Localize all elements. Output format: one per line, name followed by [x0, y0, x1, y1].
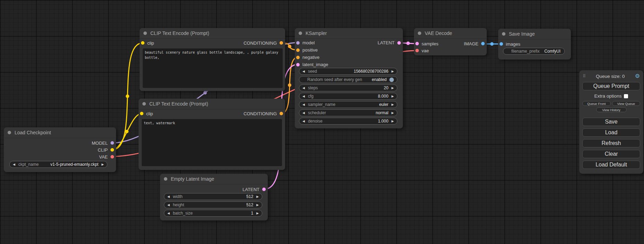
output-slot-model: MODEL [4, 139, 116, 146]
ckpt-name-widget[interactable]: ◀ ckpt_name v1-5-pruned-emaonly.ckpt ▶ [9, 161, 107, 168]
increment-arrow-icon[interactable]: ▶ [256, 212, 259, 215]
output-label: CLIP [98, 147, 108, 153]
decrement-arrow-icon[interactable]: ◀ [167, 195, 170, 198]
node-title-bar[interactable]: Save Image [498, 29, 571, 39]
increment-arrow-icon[interactable]: ▶ [391, 103, 394, 106]
decrement-arrow-icon[interactable]: ◀ [13, 163, 15, 166]
filename-prefix-widget[interactable]: filename_prefix ComfyUI [503, 48, 565, 55]
decrement-arrow-icon[interactable]: ◀ [302, 70, 305, 73]
node-load-checkpoint[interactable]: Load Checkpoint MODEL CLIP VAE ◀ ckpt_na… [4, 127, 116, 172]
input-label: positive [302, 47, 318, 53]
node-empty-latent-image[interactable]: Empty Latent Image LATENT ◀ width 512 ▶ … [160, 174, 268, 220]
conditioning-output-port[interactable] [280, 112, 283, 115]
latent-image-input-port[interactable] [296, 63, 300, 66]
collapse-dot-icon[interactable] [143, 31, 147, 35]
node-clip-text-encode-positive[interactable]: CLIP Text Encode (Prompt) clip CONDITION… [140, 28, 285, 91]
node-clip-text-encode-negative[interactable]: CLIP Text Encode (Prompt) clip CONDITION… [139, 99, 285, 170]
collapse-dot-icon[interactable] [502, 32, 505, 36]
decrement-arrow-icon[interactable]: ◀ [302, 103, 305, 106]
batch-size-widget[interactable]: ◀ batch_size 1 ▶ [164, 210, 262, 217]
negative-input-port[interactable] [296, 56, 300, 59]
node-ksampler[interactable]: KSampler model LATENT positive negative … [295, 28, 403, 128]
input-slot-samples: samples [415, 41, 438, 46]
decrement-arrow-icon[interactable]: ◀ [302, 87, 305, 90]
steps-widget[interactable]: ◀ steps 20 ▶ [299, 84, 397, 91]
save-button[interactable]: Save [582, 118, 640, 126]
latent-output-port[interactable] [262, 188, 266, 191]
node-title: Load Checkpoint [15, 130, 51, 135]
decrement-arrow-icon[interactable]: ◀ [167, 212, 170, 215]
view-queue-button[interactable]: View Queue [612, 101, 641, 106]
latent-output-port[interactable] [397, 41, 401, 45]
collapse-dot-icon[interactable] [299, 31, 302, 35]
clip-output-port[interactable] [111, 148, 114, 152]
increment-arrow-icon[interactable]: ▶ [256, 195, 259, 198]
vae-input-port[interactable] [415, 49, 419, 52]
view-history-button[interactable]: View History [596, 107, 627, 112]
increment-arrow-icon[interactable]: ▶ [391, 120, 394, 123]
input-slot-images: images [498, 40, 571, 47]
settings-gear-icon[interactable]: ⚙ [635, 73, 640, 79]
extra-options-checkbox[interactable] [624, 94, 628, 98]
increment-arrow-icon[interactable]: ▶ [256, 204, 259, 207]
widget-value: 8.000 [378, 94, 388, 99]
images-input-port[interactable] [500, 42, 503, 46]
conditioning-output-port[interactable] [280, 41, 283, 45]
node-save-image[interactable]: Save Image images filename_prefix ComfyU… [498, 29, 571, 60]
queue-front-button[interactable]: Queue Front [582, 101, 611, 106]
collapse-dot-icon[interactable] [418, 31, 421, 35]
decrement-arrow-icon[interactable]: ◀ [302, 111, 305, 115]
widget-value: 156680208700286 [354, 69, 388, 74]
node-title-bar[interactable]: Empty Latent Image [160, 174, 268, 184]
link-dot [406, 42, 410, 45]
seed-widget[interactable]: ◀ seed 156680208700286 ▶ [299, 68, 397, 75]
clip-input-port[interactable] [141, 41, 144, 45]
decrement-arrow-icon[interactable]: ◀ [302, 95, 305, 98]
vae-output-port[interactable] [111, 155, 114, 159]
output-label: LATENT [242, 187, 259, 192]
node-title: Save Image [509, 31, 535, 37]
image-output-port[interactable] [481, 42, 485, 45]
prompt-text-input[interactable]: text, watermark [142, 119, 282, 166]
model-input-port[interactable] [296, 41, 300, 45]
node-title-bar[interactable]: Load Checkpoint [4, 127, 116, 138]
height-widget[interactable]: ◀ height 512 ▶ [164, 201, 262, 208]
output-label: VAE [99, 154, 108, 160]
node-title-bar[interactable]: VAE Decode [414, 28, 487, 39]
cfg-widget[interactable]: ◀ cfg 8.000 ▶ [299, 93, 397, 100]
random-seed-toggle-widget[interactable]: Random seed after every gen enabled [299, 76, 397, 83]
load-default-button[interactable]: Load Default [582, 161, 640, 169]
denoise-widget[interactable]: ◀ denoise 1.000 ▶ [299, 118, 397, 125]
drag-handle-icon[interactable]: ⠿ [583, 74, 586, 79]
toggle-knob-icon[interactable] [389, 78, 394, 82]
output-slot-latent: LATENT [378, 40, 401, 45]
prompt-text-input[interactable]: beautiful scenery nature glass bottle la… [143, 48, 283, 88]
model-output-port[interactable] [111, 141, 114, 145]
load-button[interactable]: Load [582, 128, 640, 137]
width-widget[interactable]: ◀ width 512 ▶ [164, 193, 262, 200]
node-title-bar[interactable]: KSampler [295, 28, 403, 39]
samples-input-port[interactable] [415, 42, 419, 45]
collapse-dot-icon[interactable] [164, 177, 167, 181]
collapse-dot-icon[interactable] [142, 102, 146, 106]
input-label: negative [302, 55, 319, 60]
refresh-button[interactable]: Refresh [582, 139, 640, 147]
positive-input-port[interactable] [296, 48, 300, 52]
increment-arrow-icon[interactable]: ▶ [391, 95, 394, 98]
increment-arrow-icon[interactable]: ▶ [391, 111, 394, 115]
node-vae-decode[interactable]: VAE Decode samples IMAGE vae [414, 28, 487, 55]
increment-arrow-icon[interactable]: ▶ [102, 163, 104, 166]
decrement-arrow-icon[interactable]: ◀ [302, 120, 305, 123]
increment-arrow-icon[interactable]: ▶ [391, 87, 394, 90]
node-title-bar[interactable]: CLIP Text Encode (Prompt) [140, 28, 285, 39]
decrement-arrow-icon[interactable]: ◀ [167, 204, 170, 207]
queue-prompt-button[interactable]: Queue Prompt [582, 82, 640, 90]
node-title-bar[interactable]: CLIP Text Encode (Prompt) [139, 99, 285, 109]
collapse-dot-icon[interactable] [8, 131, 11, 134]
input-slot-vae: vae [414, 47, 487, 54]
scheduler-widget[interactable]: ◀ scheduler normal ▶ [299, 109, 397, 116]
sampler-name-widget[interactable]: ◀ sampler_name euler ▶ [299, 101, 397, 108]
increment-arrow-icon[interactable]: ▶ [391, 70, 394, 73]
clear-button[interactable]: Clear [582, 150, 640, 158]
clip-input-port[interactable] [140, 112, 143, 115]
